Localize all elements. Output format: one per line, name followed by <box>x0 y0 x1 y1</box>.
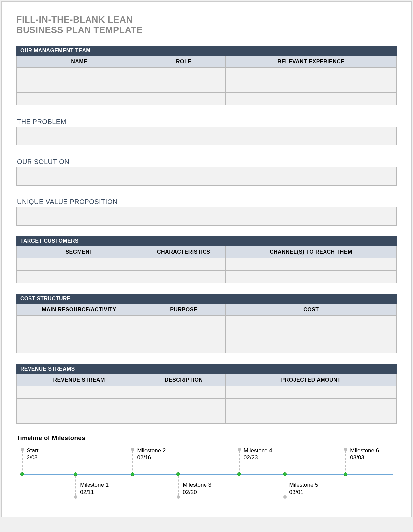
milestone-stem <box>345 451 346 474</box>
target-col-channel: CHANNEL(S) TO REACH THEM <box>225 246 396 258</box>
cell[interactable] <box>142 341 225 353</box>
cell[interactable] <box>17 328 142 341</box>
target-col-char: CHARACTERISTICS <box>142 246 225 258</box>
mgmt-table: NAME ROLE RELEVANT EXPERIENCE <box>16 56 397 105</box>
table-row <box>17 341 397 353</box>
cell[interactable] <box>225 328 396 341</box>
revenue-col-stream: REVENUE STREAM <box>17 374 142 386</box>
table-row <box>17 270 397 283</box>
uvp-label: UNIQUE VALUE PROPOSITION <box>16 196 397 207</box>
milestone-label: Milestone 603/03 <box>350 447 379 461</box>
milestone-axis-dot-icon <box>176 472 180 476</box>
cell[interactable] <box>142 92 225 105</box>
cell[interactable] <box>225 398 396 411</box>
cell[interactable] <box>142 386 225 398</box>
milestone-name: Milestone 5 <box>289 481 318 489</box>
milestone-stem <box>22 451 23 474</box>
cell[interactable] <box>142 398 225 411</box>
cell[interactable] <box>142 80 225 92</box>
milestone-name: Milestone 6 <box>350 447 379 454</box>
table-row <box>17 398 397 411</box>
target-section-header: TARGET CUSTOMERS <box>16 236 397 246</box>
milestone-label: Start2/08 <box>27 447 38 461</box>
milestone-name: Milestone 4 <box>244 447 272 454</box>
cell[interactable] <box>225 411 396 423</box>
cell[interactable] <box>142 315 225 328</box>
mgmt-col-role: ROLE <box>142 56 225 67</box>
cell[interactable] <box>142 67 225 80</box>
timeline-title: Timeline of Milestones <box>16 434 397 442</box>
milestone-name: Milestone 3 <box>183 481 211 489</box>
table-row <box>17 315 397 328</box>
milestone-axis-dot-icon <box>131 472 134 476</box>
cell[interactable] <box>142 258 225 270</box>
cell[interactable] <box>225 92 396 105</box>
cell[interactable] <box>225 341 396 353</box>
cell[interactable] <box>225 386 396 398</box>
milestone-end-dot-icon <box>131 448 134 451</box>
milestone-label: Milestone 102/11 <box>80 481 109 496</box>
milestone-end-dot-icon <box>177 495 180 499</box>
document-page: FILL-IN-THE-BLANK LEAN BUSINESS PLAN TEM… <box>1 1 412 517</box>
cost-section-header: COST STRUCTURE <box>16 294 397 304</box>
cell[interactable] <box>225 315 396 328</box>
milestone-stem <box>178 476 179 495</box>
cell[interactable] <box>17 80 142 92</box>
cell[interactable] <box>225 67 396 80</box>
milestone-date: 03/03 <box>350 454 379 461</box>
target-table: SEGMENT CHARACTERISTICS CHANNEL(S) TO RE… <box>16 246 397 283</box>
problem-label: THE PROBLEM <box>16 116 397 127</box>
table-row <box>17 92 397 105</box>
milestone-end-dot-icon <box>344 448 347 451</box>
milestone-axis-dot-icon <box>344 472 347 476</box>
milestone-label: Milestone 202/16 <box>137 447 166 461</box>
revenue-col-desc: DESCRIPTION <box>142 374 225 386</box>
target-col-segment: SEGMENT <box>17 246 142 258</box>
problem-input[interactable] <box>16 127 397 145</box>
cell[interactable] <box>17 386 142 398</box>
table-row <box>17 386 397 398</box>
milestone-stem <box>285 476 285 495</box>
cell[interactable] <box>142 328 225 341</box>
mgmt-col-exp: RELEVANT EXPERIENCE <box>225 56 396 67</box>
revenue-section-header: REVENUE STREAMS <box>16 364 397 374</box>
cell[interactable] <box>17 92 142 105</box>
table-row <box>17 328 397 341</box>
milestone-axis-dot-icon <box>20 472 24 476</box>
cost-col-resource: MAIN RESOURCE/ACTIVITY <box>17 304 142 315</box>
milestone-date: 02/23 <box>244 454 272 461</box>
cell[interactable] <box>17 341 142 353</box>
cell[interactable] <box>17 270 142 283</box>
milestone-name: Milestone 1 <box>80 481 109 489</box>
cell[interactable] <box>225 258 396 270</box>
uvp-input[interactable] <box>16 207 397 226</box>
cell[interactable] <box>225 80 396 92</box>
title-line-1: FILL-IN-THE-BLANK LEAN <box>16 15 133 25</box>
cell[interactable] <box>17 411 142 423</box>
page-title: FILL-IN-THE-BLANK LEAN BUSINESS PLAN TEM… <box>16 14 397 36</box>
title-line-2: BUSINESS PLAN TEMPLATE <box>16 25 143 35</box>
milestone-date: 2/08 <box>27 454 38 461</box>
milestone-label: Milestone 402/23 <box>244 447 272 461</box>
milestone-date: 02/16 <box>137 454 166 461</box>
cell[interactable] <box>225 270 396 283</box>
cost-col-cost: COST <box>225 304 396 315</box>
cell[interactable] <box>17 258 142 270</box>
cell[interactable] <box>17 67 142 80</box>
milestone-date: 02/20 <box>183 489 211 496</box>
solution-label: OUR SOLUTION <box>16 156 397 167</box>
milestone-date: 02/11 <box>80 489 109 496</box>
cell[interactable] <box>17 398 142 411</box>
cell[interactable] <box>17 315 142 328</box>
milestone-axis-dot-icon <box>74 472 77 476</box>
solution-input[interactable] <box>16 167 397 186</box>
table-row <box>17 258 397 270</box>
table-row <box>17 67 397 80</box>
table-row <box>17 80 397 92</box>
milestone-name: Milestone 2 <box>137 447 166 454</box>
milestone-end-dot-icon <box>21 448 24 451</box>
cell[interactable] <box>142 270 225 283</box>
mgmt-col-name: NAME <box>17 56 142 67</box>
cell[interactable] <box>142 411 225 423</box>
milestone-stem <box>132 451 133 474</box>
